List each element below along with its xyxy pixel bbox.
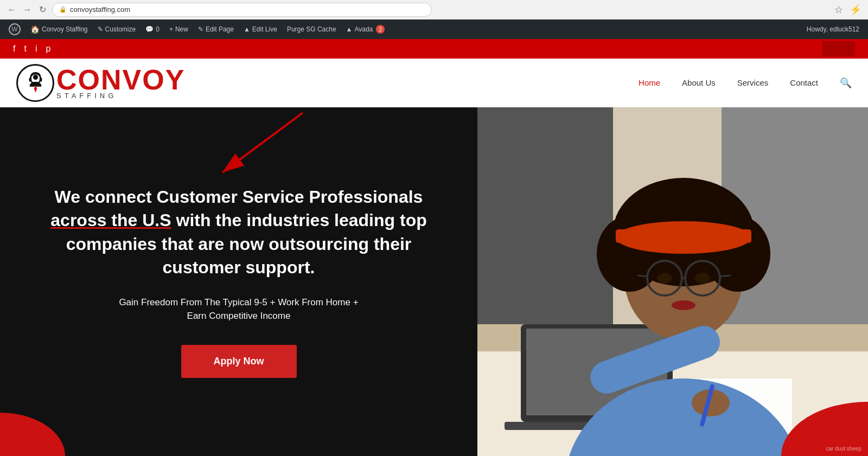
- nav-about[interactable]: About Us: [682, 78, 716, 87]
- svg-point-30: [657, 273, 672, 284]
- svg-line-29: [720, 275, 731, 277]
- logo-text-area: CONVOY STAFFING: [56, 66, 185, 100]
- convoy-staffing-item[interactable]: 🏠 Convoy Staffing: [26, 20, 92, 39]
- social-bar-right-accent: [822, 41, 855, 56]
- new-label: New: [175, 25, 188, 33]
- convoy-staffing-label: Convoy Staffing: [42, 25, 88, 33]
- address-bar[interactable]: 🔒 convoystaffing.com: [52, 3, 432, 17]
- comments-label: 0: [156, 25, 159, 33]
- logo-staffing-text: STAFFING: [56, 92, 185, 100]
- reload-button[interactable]: ↻: [37, 4, 48, 15]
- back-button[interactable]: ←: [7, 4, 17, 15]
- hero-subtext: Gain Freedom From The Typical 9-5 + Work…: [119, 296, 358, 323]
- svg-line-28: [637, 275, 648, 277]
- bookmark-icon[interactable]: ☆: [834, 4, 843, 16]
- svg-point-31: [695, 273, 710, 284]
- forward-button[interactable]: →: [22, 4, 33, 15]
- logo-area: CONVOY STAFFING: [16, 64, 185, 102]
- howdy-text: Howdy, edluck512: [802, 25, 864, 33]
- avada-label: Avada: [354, 25, 373, 33]
- new-icon: +: [169, 25, 173, 33]
- comments-icon: 💬: [145, 25, 154, 33]
- edit-page-icon: ✎: [198, 25, 203, 33]
- svg-point-1: [33, 75, 37, 80]
- hero-left: We connect Customer Service Professional…: [0, 107, 477, 456]
- edit-live-label: Edit Live: [252, 25, 277, 33]
- customize-item[interactable]: ✎ Customize: [93, 20, 141, 39]
- purge-cache-label: Purge SG Cache: [287, 25, 336, 33]
- facebook-icon[interactable]: f: [13, 44, 15, 54]
- hero-subtext-line2: Earn Competitive Income: [187, 311, 291, 321]
- apply-now-button[interactable]: Apply Now: [181, 345, 297, 378]
- pinterest-icon[interactable]: p: [46, 44, 50, 54]
- wp-logo-item[interactable]: W: [4, 20, 25, 39]
- comments-item[interactable]: 💬 0: [141, 20, 164, 39]
- browser-actions: ☆ ⚡: [834, 4, 861, 16]
- hero-heading-underline: across the U.S: [50, 210, 171, 230]
- hero-subtext-line1: Gain Freedom From The Typical 9-5 + Work…: [119, 297, 358, 307]
- browser-chrome: ← → ↻ 🔒 convoystaffing.com ☆ ⚡: [0, 0, 868, 20]
- wp-logo-icon: W: [9, 23, 21, 35]
- instagram-icon[interactable]: i: [35, 44, 37, 54]
- edit-page-label: Edit Page: [206, 25, 234, 33]
- lock-icon: 🔒: [59, 6, 67, 13]
- svg-point-32: [672, 300, 695, 310]
- twitter-icon[interactable]: t: [24, 44, 26, 54]
- hero-section: We connect Customer Service Professional…: [0, 107, 868, 456]
- svg-rect-3: [39, 78, 42, 81]
- avada-icon-2: ▲: [346, 25, 353, 33]
- customize-label: Customize: [105, 25, 136, 33]
- avada-badge: 2: [376, 25, 385, 34]
- svg-rect-10: [477, 107, 613, 324]
- new-item[interactable]: + New: [165, 20, 193, 39]
- url-text: convoystaffing.com: [70, 5, 130, 14]
- logo-convoy-text: CONVOY: [56, 66, 185, 94]
- nav-menu: Home About Us Services Contact 🔍: [639, 77, 852, 89]
- nav-contact[interactable]: Contact: [790, 78, 818, 87]
- logo-circle: [16, 64, 54, 102]
- edit-page-item[interactable]: ✎ Edit Page: [194, 20, 238, 39]
- watermark: car dust sheep: [826, 446, 861, 452]
- logo-svg: [21, 68, 50, 98]
- edit-live-item[interactable]: ▲ Edit Live: [239, 20, 282, 39]
- nav-home[interactable]: Home: [639, 78, 660, 87]
- svg-rect-2: [29, 78, 31, 81]
- purge-cache-item[interactable]: Purge SG Cache: [283, 20, 341, 39]
- hero-heading: We connect Customer Service Professional…: [33, 185, 445, 279]
- nav-services[interactable]: Services: [737, 78, 769, 87]
- customize-icon: ✎: [98, 25, 103, 33]
- nav-bar: CONVOY STAFFING Home About Us Services C…: [0, 59, 868, 107]
- svg-rect-24: [616, 229, 751, 243]
- avada-icon-1: ▲: [244, 25, 250, 33]
- search-icon[interactable]: 🔍: [840, 77, 852, 89]
- hero-right: [477, 107, 868, 456]
- red-corner-br: [760, 375, 868, 456]
- wp-admin-bar: W 🏠 Convoy Staffing ✎ Customize 💬 0 + Ne…: [0, 20, 868, 39]
- avada-item[interactable]: ▲ Avada 2: [342, 20, 390, 39]
- site-icon: 🏠: [30, 25, 40, 34]
- social-bar: f t i p: [0, 39, 868, 59]
- extensions-icon[interactable]: ⚡: [850, 4, 861, 16]
